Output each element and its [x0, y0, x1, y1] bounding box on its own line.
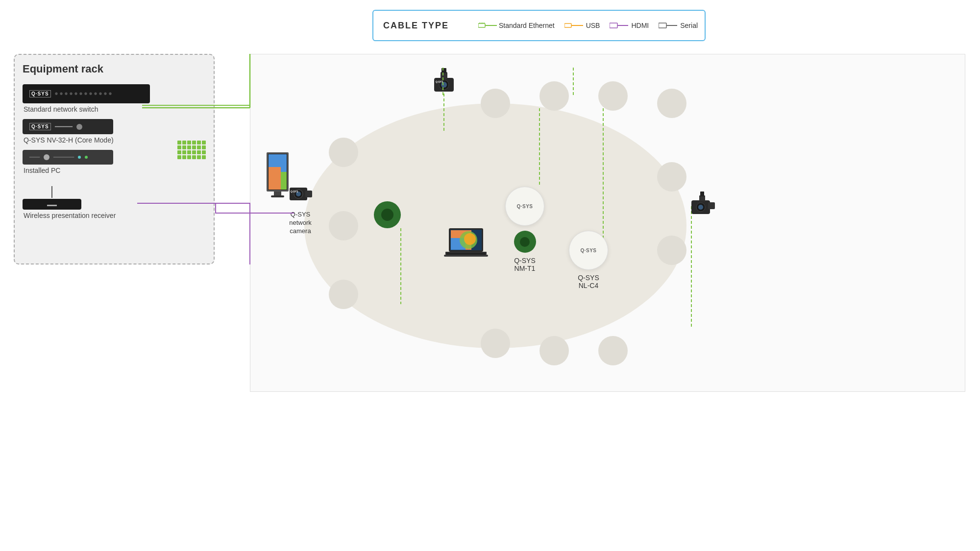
equipment-rack: Equipment rack Q·SYS •••••••••••• Standa… [14, 54, 215, 264]
hdmi-icon [610, 20, 628, 31]
svg-rect-54 [444, 255, 488, 257]
svg-rect-59 [708, 202, 715, 209]
serial-icon [659, 20, 677, 31]
green-speaker-inner [381, 209, 393, 221]
svg-point-15 [657, 89, 686, 118]
network-camera-icon: Q·SYS [286, 182, 315, 209]
svg-text:Q·SYS: Q·SYS [436, 80, 443, 83]
svg-point-52 [464, 233, 476, 245]
ptz-camera-top-icon: Q·SYS [427, 68, 461, 97]
pc-led2 [85, 156, 88, 159]
svg-rect-41 [271, 195, 284, 197]
ptz-camera-right [686, 192, 718, 221]
svg-rect-10 [659, 23, 666, 28]
usb-icon [564, 20, 583, 31]
svg-rect-61 [700, 192, 704, 196]
rack-title: Equipment rack [23, 63, 206, 75]
ptz-camera-top: Q·SYS [427, 68, 461, 97]
switch-label: Standard network switch [24, 105, 206, 113]
svg-point-23 [598, 336, 628, 365]
pc-led [78, 156, 81, 159]
nv32h-indicator [76, 124, 82, 130]
switch-bar: Q·SYS •••••••••••• [23, 84, 150, 103]
legend-hdmi: HDMI [610, 20, 649, 31]
legend-serial: Serial [659, 20, 698, 31]
svg-point-13 [539, 81, 569, 111]
laptop-icon [441, 228, 490, 267]
nm-t1-speaker [514, 231, 536, 253]
qsys-logo-nv32h: Q·SYS [29, 123, 51, 130]
legend-ethernet: Standard Ethernet [478, 20, 555, 31]
wireless-label: Wireless presentation receiver [24, 212, 206, 219]
svg-rect-55 [446, 253, 486, 255]
rack-device-wireless: ▬▬ Wireless presentation receiver [23, 186, 206, 219]
nv32h-bar: Q·SYS ━━━━━━ [23, 119, 113, 134]
nl-c4-circle: Q·SYS [569, 231, 608, 270]
nl-c4-logo: Q·SYS [580, 248, 596, 253]
ptz-camera-right-icon [686, 192, 718, 221]
legend-box: CABLE TYPE Standard Ethernet USB HDMI [372, 10, 706, 41]
svg-rect-0 [478, 24, 485, 27]
rack-device-switch: Q·SYS •••••••••••• Standard network swit… [23, 84, 206, 113]
svg-rect-32 [441, 72, 447, 79]
speaker-mic-left [374, 201, 401, 228]
room-blob [304, 103, 686, 348]
svg-text:Q·SYS: Q·SYS [291, 190, 298, 193]
svg-point-14 [598, 81, 628, 111]
hdmi-label: HDMI [631, 22, 649, 29]
diagram-area: Q·SYS Q·SYS Q-SYSnetworkcamera [250, 54, 965, 392]
nm-t1-circle: Q·SYS [505, 187, 544, 226]
pc-label: Installed PC [24, 167, 206, 174]
svg-rect-45 [305, 191, 312, 197]
switch-ports-visual [177, 141, 206, 159]
nl-c4-device: Q·SYS Q-SYSNL-C4 [569, 231, 608, 289]
nm-t1-device: Q·SYS Q-SYSNM-T1 [505, 187, 544, 272]
green-speaker-icon [374, 201, 401, 228]
svg-rect-6 [564, 24, 571, 27]
legend-usb: USB [564, 20, 600, 31]
svg-rect-8 [610, 23, 617, 28]
svg-rect-33 [441, 68, 446, 73]
nm-t1-logo: Q·SYS [516, 204, 533, 209]
svg-point-58 [698, 205, 703, 210]
qsys-logo-switch: Q·SYS [29, 90, 51, 97]
pc-bar: ━━━ ━━━━━━ [23, 150, 113, 165]
usb-label: USB [586, 22, 600, 29]
ethernet-label: Standard Ethernet [499, 22, 555, 29]
legend-title: CABLE TYPE [383, 21, 449, 31]
ethernet-icon [478, 20, 497, 31]
wireless-bar: ▬▬ [23, 199, 81, 210]
svg-rect-38 [269, 167, 281, 190]
laptop-device [441, 228, 490, 267]
qsys-network-camera: Q·SYS Q-SYSnetworkcamera [286, 182, 315, 236]
serial-label: Serial [680, 22, 698, 29]
